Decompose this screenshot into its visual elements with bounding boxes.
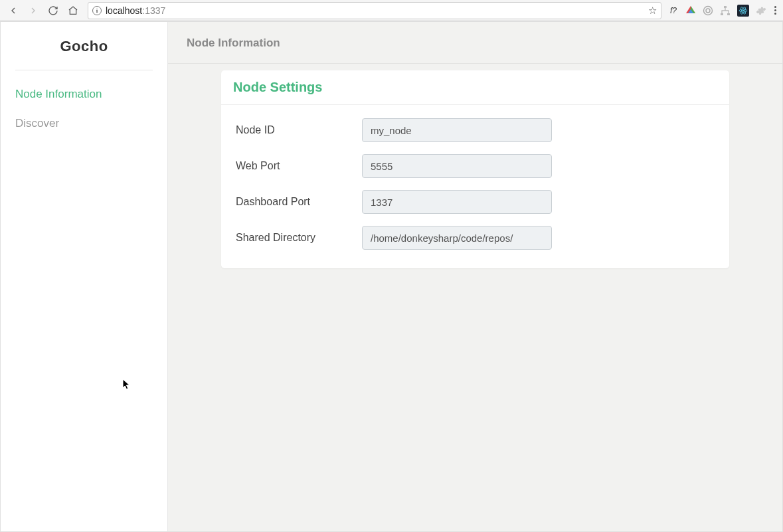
sidebar-item-discover[interactable]: Discover [1,109,167,138]
ext-react-icon[interactable] [737,5,749,17]
input-shared-directory[interactable] [362,226,552,250]
input-node-id[interactable] [362,118,552,142]
svg-point-4 [706,9,710,13]
ext-gear-icon[interactable] [756,5,766,16]
address-bar[interactable]: i localhost:1337 ☆ [88,2,661,19]
main-content: Node Information Node Settings Node ID W… [168,22,782,531]
ext-target-icon[interactable] [703,5,713,16]
url-host: localhost [106,5,142,16]
label-dashboard-port: Dashboard Port [236,196,362,208]
sidebar: Gocho Node Information Discover [1,22,168,531]
url-port: :1337 [142,5,165,16]
extension-icons: f? [667,5,770,17]
reload-button[interactable] [44,1,62,20]
label-node-id: Node ID [236,124,362,136]
site-info-icon[interactable]: i [92,6,102,15]
brand-logo: Gocho [1,22,167,70]
node-settings-card: Node Settings Node ID Web Port Dashboard… [221,70,729,268]
svg-point-3 [704,6,713,15]
browser-menu-button[interactable] [772,6,779,15]
ext-tree-icon[interactable] [720,5,731,16]
ext-colors-icon[interactable] [685,5,696,16]
svg-rect-7 [727,13,730,15]
input-dashboard-port[interactable] [362,190,552,214]
svg-rect-5 [724,6,727,8]
svg-point-11 [742,10,744,11]
field-row-web-port: Web Port [236,154,715,178]
label-shared-directory: Shared Directory [236,232,362,244]
ext-fq-icon[interactable]: f? [668,5,679,16]
field-row-shared-directory: Shared Directory [236,226,715,250]
browser-toolbar: i localhost:1337 ☆ f? [0,0,783,21]
back-button[interactable] [4,1,23,20]
forward-button[interactable] [24,1,43,20]
page-title: Node Information [168,22,782,64]
svg-rect-6 [721,13,723,15]
bookmark-star-icon[interactable]: ☆ [648,5,657,17]
input-web-port[interactable] [362,154,552,178]
card-title: Node Settings [221,70,729,105]
label-web-port: Web Port [236,160,362,172]
field-row-dashboard-port: Dashboard Port [236,190,715,214]
sidebar-item-node-information[interactable]: Node Information [1,80,167,109]
app-viewport: Gocho Node Information Discover Node Inf… [0,21,783,532]
home-button[interactable] [64,1,82,20]
divider [15,70,153,70]
field-row-node-id: Node ID [236,118,715,142]
